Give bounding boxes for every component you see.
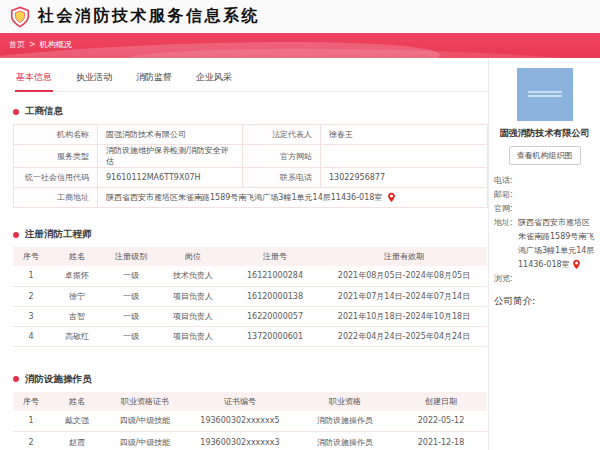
table-header-row: 序号 姓名 注册级别 岗位 注册号 注册有效期 <box>13 247 487 266</box>
cell: 2 <box>13 286 49 306</box>
field-label: 邮箱: <box>494 188 518 202</box>
field-value <box>518 188 595 202</box>
table-row: 3 吉智 一级 项目负责人 16220000057 2021年10月18日-20… <box>13 306 487 326</box>
table-row: 工商地址 陕西省西安市雁塔区朱雀南路1589号南飞鸿广场3幢1单元14层1143… <box>14 188 488 208</box>
column-header: 序号 <box>13 247 49 266</box>
breadcrumb-home-link[interactable]: 首页 <box>9 39 25 50</box>
table-row: 2 徐宁 一级 项目负责人 16120000138 2021年07月14日-20… <box>13 286 487 306</box>
engineers-table: 序号 姓名 注册级别 岗位 注册号 注册有效期 1 卓振怀 一级 技术负责人 1… <box>13 247 487 347</box>
cell: 13720000601 <box>229 326 321 346</box>
cell: 吉智 <box>49 306 105 326</box>
breadcrumb: 首页 > 机构概况 <box>9 39 72 50</box>
cell: 戴文强 <box>49 411 105 432</box>
column-header: 注册级别 <box>105 247 157 266</box>
business-info-section-header: 工商信息 <box>13 105 488 118</box>
field-value: 固强消防技术有限公司 <box>98 125 243 145</box>
cell: 项目负责人 <box>157 306 229 326</box>
sidebar-address-text: 陕西省西安市雁塔区朱雀南路1589号南飞鸿广场3幢1单元14层11436-018… <box>518 218 594 269</box>
operators-section-header: 消防设施操作员 <box>13 373 488 386</box>
column-header: 姓名 <box>49 247 105 266</box>
field-label: 法定代表人 <box>243 125 321 145</box>
banner: 首页 > 机构概况 <box>0 33 600 58</box>
cell: 一级 <box>105 266 157 286</box>
field-value: 13022956877 <box>321 168 488 188</box>
field-label: 地址: <box>494 216 518 272</box>
section-bullet-icon <box>13 376 19 382</box>
cell: 2022-05-12 <box>395 411 487 432</box>
field-value: 陕西省西安市雁塔区朱雀南路1589号南飞鸿广场3幢1单元14层11436-018… <box>98 188 488 208</box>
cell: 2021年07月14日-2024年07月14日 <box>321 286 487 306</box>
cell: 赵霞 <box>49 432 105 450</box>
column-header: 姓名 <box>49 392 105 411</box>
cell: 2021年10月18日-2024年10月18日 <box>321 306 487 326</box>
cell: 项目负责人 <box>157 286 229 306</box>
cell: 193600302xxxxxx5 <box>185 411 295 432</box>
app-title: 社会消防技术服务信息系统 <box>38 6 260 27</box>
field-label: 联系电话 <box>243 168 321 188</box>
table-row: 机构名称 固强消防技术有限公司 法定代表人 徐春王 <box>14 125 488 145</box>
field-label: 服务类型 <box>14 145 98 168</box>
field-label: 工商地址 <box>14 188 98 208</box>
breadcrumb-current: 机构概况 <box>40 39 72 50</box>
column-header: 岗位 <box>157 247 229 266</box>
field-label: 官方网站 <box>243 145 321 168</box>
view-org-chart-button[interactable]: 查看机构组织图 <box>509 146 581 165</box>
cell: 技术负责人 <box>157 266 229 286</box>
cell: 卓振怀 <box>49 266 105 286</box>
cell: 193600302xxxxxx3 <box>185 432 295 450</box>
column-header: 序号 <box>13 392 49 411</box>
cell: 1 <box>13 266 49 286</box>
cell: 高敬红 <box>49 326 105 346</box>
field-label: 电话: <box>494 174 518 188</box>
cell: 消防设施操作员 <box>295 411 395 432</box>
tab-fire-supervision[interactable]: 消防监督 <box>135 66 173 91</box>
operators-table: 序号 姓名 职业资格证书 证书编号 职业资格 创建日期 1 戴文强 四级/中级技… <box>13 392 487 450</box>
breadcrumb-separator: > <box>29 40 36 49</box>
field-value: 消防设施维护保养检测/消防安全评估 <box>98 145 243 168</box>
cell: 项目负责人 <box>157 326 229 346</box>
table-row: 2 赵霞 四级/中级技能 193600302xxxxxx3 消防设施操作员 20… <box>13 432 487 450</box>
cell: 16121000284 <box>229 266 321 286</box>
section-title: 消防设施操作员 <box>25 373 92 386</box>
field-value: 徐春王 <box>321 125 488 145</box>
cell: 16120000138 <box>229 286 321 306</box>
table-row: 4 高敬红 一级 项目负责人 13720000601 2022年04月24日-2… <box>13 326 487 346</box>
table-row: 1 卓振怀 一级 技术负责人 16121000284 2021年08月05日-2… <box>13 266 487 286</box>
cell: 2021-12-18 <box>395 432 487 450</box>
website-field: 官网: <box>494 202 595 216</box>
business-address-text: 陕西省西安市雁塔区朱雀南路1589号南飞鸿广场3幢1单元14层11436-018… <box>106 192 382 203</box>
table-row: 1 戴文强 四级/中级技能 193600302xxxxxx5 消防设施操作员 2… <box>13 411 487 432</box>
tab-basic-info[interactable]: 基本信息 <box>15 66 53 92</box>
section-title: 注册消防工程师 <box>25 228 92 241</box>
phone-field: 电话: <box>494 174 595 188</box>
cell: 四级/中级技能 <box>105 432 185 450</box>
cell: 一级 <box>105 326 157 346</box>
field-value: 陕西省西安市雁塔区朱雀南路1589号南飞鸿广场3幢1单元14层11436-018… <box>518 216 595 272</box>
main-content: 基本信息 执业活动 消防监督 企业风采 工商信息 机构名称 固强消防技术有限公司… <box>0 58 488 450</box>
cell: 2 <box>13 432 49 450</box>
cell: 16220000057 <box>229 306 321 326</box>
table-row: 统一社会信用代码 91610112MA6TT9X07H 联系电话 1302295… <box>14 168 488 188</box>
tab-practice-activities[interactable]: 执业活动 <box>75 66 113 91</box>
cell: 4 <box>13 326 49 346</box>
field-label: 统一社会信用代码 <box>14 168 98 188</box>
shield-logo-icon <box>9 6 31 28</box>
cell: 3 <box>13 306 49 326</box>
email-field: 邮箱: <box>494 188 595 202</box>
cell: 消防设施操作员 <box>295 432 395 450</box>
column-header: 职业资格证书 <box>105 392 185 411</box>
tab-bar: 基本信息 执业活动 消防监督 企业风采 <box>13 66 488 92</box>
logo-placeholder-text <box>528 91 562 99</box>
field-label: 浏览: <box>494 272 518 286</box>
column-header: 证书编号 <box>185 392 295 411</box>
cell: 2022年04月24日-2025年04月24日 <box>321 326 487 346</box>
table-header-row: 序号 姓名 职业资格证书 证书编号 职业资格 创建日期 <box>13 392 487 411</box>
field-label: 官网: <box>494 202 518 216</box>
column-header: 注册有效期 <box>321 247 487 266</box>
views-field: 浏览: <box>494 272 595 286</box>
company-name: 固强消防技术有限公司 <box>494 127 595 139</box>
tab-company-showcase[interactable]: 企业风采 <box>195 66 233 91</box>
location-pin-icon[interactable] <box>387 192 396 203</box>
company-intro-label: 公司简介: <box>494 295 595 308</box>
location-pin-icon[interactable] <box>572 259 581 270</box>
